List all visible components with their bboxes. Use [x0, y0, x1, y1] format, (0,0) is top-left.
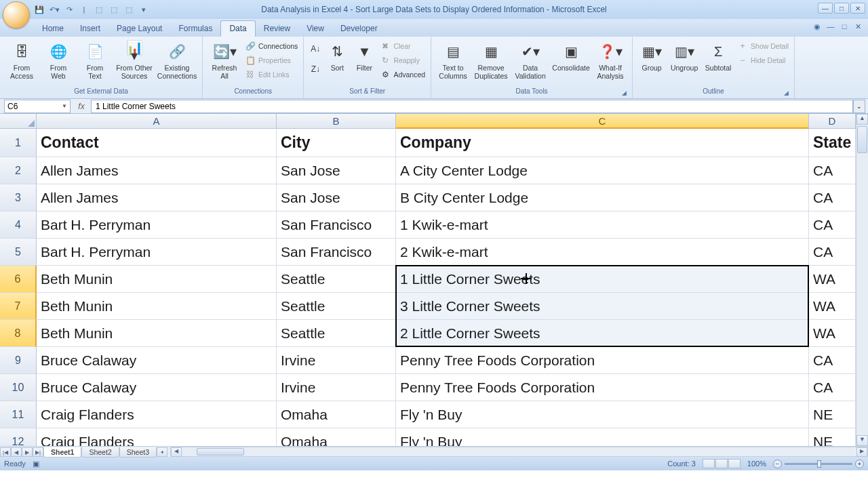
cell[interactable]: CA — [809, 374, 856, 401]
ribbon-minimize-icon[interactable]: — — [826, 22, 835, 31]
qat-customize-icon[interactable]: ▾ — [138, 4, 149, 15]
scroll-left-button[interactable]: ◀ — [171, 447, 182, 457]
tab-page-layout[interactable]: Page Layout — [108, 21, 170, 37]
row-header[interactable]: 4 — [0, 211, 37, 239]
row-header[interactable]: 11 — [0, 401, 37, 428]
cell[interactable]: Bart H. Perryman — [37, 211, 277, 239]
cell[interactable]: San Jose — [277, 157, 396, 184]
cell[interactable]: 3 Little Corner Sweets — [396, 293, 809, 320]
cell[interactable]: Craig Flanders — [37, 428, 277, 446]
sheet-nav-next[interactable]: ▶ — [22, 447, 33, 457]
consolidate-button[interactable]: ▣Consolidate — [551, 38, 591, 72]
refresh-all-button[interactable]: 🔄▾Refresh All — [207, 38, 242, 80]
sheet-nav-first[interactable]: |◀ — [0, 447, 11, 457]
cell[interactable]: Seattle — [277, 320, 396, 347]
cell[interactable]: Omaha — [277, 428, 396, 446]
cell[interactable]: Penny Tree Foods Corporation — [396, 374, 809, 401]
column-header-C[interactable]: C — [396, 114, 809, 129]
cell[interactable]: CA — [809, 211, 856, 239]
cell[interactable]: Seattle — [277, 266, 396, 293]
cell[interactable]: Fly 'n Buy — [396, 401, 809, 428]
vscroll-thumb[interactable] — [857, 126, 867, 153]
sort-button[interactable]: ⇅Sort — [324, 38, 350, 72]
tab-view[interactable]: View — [298, 21, 332, 37]
sheet-tab-2[interactable]: Sheet2 — [81, 447, 119, 458]
column-header-D[interactable]: D — [809, 114, 856, 129]
select-all-corner[interactable] — [0, 114, 37, 129]
maximize-button[interactable]: □ — [834, 3, 849, 14]
tab-review[interactable]: Review — [256, 21, 298, 37]
cell[interactable]: NE — [809, 401, 856, 428]
row-header[interactable]: 2 — [0, 157, 37, 184]
cell[interactable]: Omaha — [277, 401, 396, 428]
remove-duplicates-button[interactable]: ▦Remove Duplicates — [472, 38, 510, 80]
zoom-level[interactable]: 100% — [747, 460, 766, 468]
name-box[interactable]: C6 ▼ — [4, 100, 71, 113]
cell[interactable]: San Jose — [277, 184, 396, 211]
view-page-layout-button[interactable] — [715, 459, 728, 468]
cell[interactable]: A City Center Lodge — [396, 157, 809, 184]
properties-button[interactable]: 📋Properties — [243, 54, 299, 67]
cell[interactable]: Bruce Calaway — [37, 347, 277, 374]
macro-record-icon[interactable]: ▣ — [33, 460, 39, 468]
scroll-up-button[interactable]: ▲ — [856, 114, 868, 125]
grid-rows[interactable]: 1ContactCityCompanyState2Allen JamesSan … — [0, 129, 856, 446]
cell[interactable]: 1 Kwik-e-mart — [396, 211, 809, 239]
cell[interactable]: Craig Flanders — [37, 401, 277, 428]
zoom-slider[interactable] — [785, 463, 852, 465]
what-if-button[interactable]: ❓▾What-If Analysis — [593, 38, 628, 80]
tab-developer[interactable]: Developer — [332, 21, 386, 37]
office-button[interactable] — [3, 1, 30, 28]
group-button[interactable]: ▦▾Group — [637, 38, 667, 72]
cell[interactable]: Contact — [37, 129, 277, 157]
cell[interactable]: CA — [809, 347, 856, 374]
existing-connections-button[interactable]: 🔗Existing Connections — [156, 38, 198, 80]
column-header-A[interactable]: A — [37, 114, 277, 129]
horizontal-scrollbar[interactable]: ◀ ▶ — [170, 447, 868, 457]
scroll-down-button[interactable]: ▼ — [856, 435, 868, 446]
sheet-tab-3[interactable]: Sheet3 — [119, 447, 157, 458]
undo-icon[interactable]: ↶▾ — [49, 4, 60, 15]
tab-formulas[interactable]: Formulas — [170, 21, 220, 37]
cell[interactable]: CA — [809, 239, 856, 266]
view-normal-button[interactable] — [703, 459, 715, 468]
cell[interactable]: CA — [809, 184, 856, 211]
row-header[interactable]: 1 — [0, 129, 37, 157]
insert-function-button[interactable]: fx — [75, 102, 88, 111]
sort-asc-button[interactable]: A↓ — [308, 42, 323, 56]
cell[interactable]: WA — [809, 293, 856, 320]
data-tools-launcher-icon[interactable]: ◢ — [620, 89, 628, 98]
name-box-dropdown-icon[interactable]: ▼ — [62, 103, 67, 109]
cell[interactable]: San Francisco — [277, 211, 396, 239]
sort-desc-button[interactable]: Z↓ — [308, 62, 323, 76]
qat-tool-3-icon[interactable]: ⬚ — [123, 4, 134, 15]
text-to-columns-button[interactable]: ▤Text to Columns — [435, 38, 471, 80]
subtotal-button[interactable]: ΣSubtotal — [702, 38, 734, 72]
cell[interactable]: WA — [809, 266, 856, 293]
advanced-filter-button[interactable]: ⚙Advanced — [378, 68, 427, 81]
cell[interactable]: Beth Munin — [37, 320, 277, 347]
cell[interactable]: 2 Little Corner Sweets — [396, 320, 809, 347]
filter-button[interactable]: ▼Filter — [351, 38, 377, 72]
cell[interactable]: Company — [396, 129, 809, 157]
row-header[interactable]: 8 — [0, 320, 37, 347]
clear-filter-button[interactable]: ✖Clear — [378, 39, 427, 53]
row-header[interactable]: 5 — [0, 239, 37, 266]
save-icon[interactable]: 💾 — [34, 4, 45, 15]
edit-links-button[interactable]: ⛓Edit Links — [243, 68, 299, 81]
reapply-button[interactable]: ↻Reapply — [378, 54, 427, 67]
minimize-button[interactable]: — — [818, 3, 833, 14]
cell[interactable]: Irvine — [277, 347, 396, 374]
cell[interactable]: Allen James — [37, 157, 277, 184]
from-web-button[interactable]: 🌐From Web — [41, 38, 76, 80]
cell[interactable]: Beth Munin — [37, 266, 277, 293]
redo-icon[interactable]: ↷ — [64, 4, 75, 15]
ribbon-restore-icon[interactable]: □ — [840, 22, 849, 31]
cell[interactable]: 2 Kwik-e-mart — [396, 239, 809, 266]
cell[interactable]: Irvine — [277, 374, 396, 401]
show-detail-button[interactable]: +Show Detail — [736, 39, 790, 53]
qat-tool-1-icon[interactable]: ⬚ — [94, 4, 104, 15]
zoom-in-button[interactable]: + — [855, 460, 864, 468]
from-other-sources-button[interactable]: 📊▾From Other Sources — [114, 38, 155, 80]
from-text-button[interactable]: 📄From Text — [77, 38, 113, 80]
